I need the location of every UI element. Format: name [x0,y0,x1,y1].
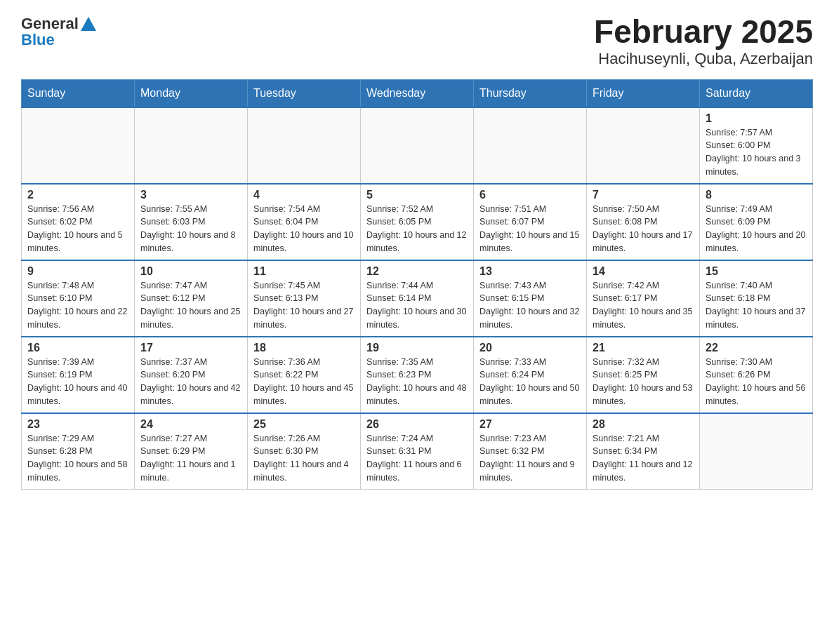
calendar-cell: 8Sunrise: 7:49 AM Sunset: 6:09 PM Daylig… [700,184,813,260]
day-info: Sunrise: 7:39 AM Sunset: 6:19 PM Dayligh… [27,356,128,408]
day-info: Sunrise: 7:35 AM Sunset: 6:23 PM Dayligh… [366,356,468,408]
day-info: Sunrise: 7:48 AM Sunset: 6:10 PM Dayligh… [27,279,128,332]
day-number: 24 [140,418,241,431]
day-number: 20 [479,342,581,354]
calendar-week-4: 16Sunrise: 7:39 AM Sunset: 6:19 PM Dayli… [22,337,813,413]
day-info: Sunrise: 7:23 AM Sunset: 6:32 PM Dayligh… [479,432,581,485]
day-info: Sunrise: 7:50 AM Sunset: 6:08 PM Dayligh… [593,203,694,255]
calendar-cell: 20Sunrise: 7:33 AM Sunset: 6:24 PM Dayli… [474,337,587,413]
calendar-cell: 17Sunrise: 7:37 AM Sunset: 6:20 PM Dayli… [135,337,248,413]
day-number: 16 [27,342,128,354]
day-number: 22 [706,342,807,354]
calendar-cell: 22Sunrise: 7:30 AM Sunset: 6:26 PM Dayli… [700,337,813,413]
calendar-week-5: 23Sunrise: 7:29 AM Sunset: 6:28 PM Dayli… [22,413,813,490]
day-number: 26 [366,418,468,431]
day-info: Sunrise: 7:54 AM Sunset: 6:04 PM Dayligh… [253,203,355,255]
page-header: General Blue February 2025 Hacihuseynli,… [21,14,813,68]
weekday-header-monday: Monday [135,79,248,107]
calendar-cell: 19Sunrise: 7:35 AM Sunset: 6:23 PM Dayli… [361,337,474,413]
calendar-cell: 28Sunrise: 7:21 AM Sunset: 6:34 PM Dayli… [587,413,700,490]
weekday-header-thursday: Thursday [474,79,587,107]
day-number: 28 [593,418,694,431]
calendar-cell: 3Sunrise: 7:55 AM Sunset: 6:03 PM Daylig… [135,184,248,260]
day-info: Sunrise: 7:32 AM Sunset: 6:25 PM Dayligh… [593,356,694,408]
calendar-cell: 4Sunrise: 7:54 AM Sunset: 6:04 PM Daylig… [248,184,361,260]
calendar-cell: 25Sunrise: 7:26 AM Sunset: 6:30 PM Dayli… [248,413,361,490]
calendar-cell: 21Sunrise: 7:32 AM Sunset: 6:25 PM Dayli… [587,337,700,413]
day-number: 1 [706,112,807,125]
weekday-header-saturday: Saturday [700,79,813,107]
calendar-week-2: 2Sunrise: 7:56 AM Sunset: 6:02 PM Daylig… [22,184,813,260]
day-number: 2 [27,189,128,201]
day-number: 9 [27,265,128,278]
logo-blue-text: Blue [21,31,55,49]
weekday-header-friday: Friday [587,79,700,107]
day-info: Sunrise: 7:42 AM Sunset: 6:17 PM Dayligh… [593,279,694,332]
day-info: Sunrise: 7:57 AM Sunset: 6:00 PM Dayligh… [706,126,807,179]
day-number: 11 [253,265,355,278]
calendar-cell: 15Sunrise: 7:40 AM Sunset: 6:18 PM Dayli… [700,260,813,337]
day-info: Sunrise: 7:47 AM Sunset: 6:12 PM Dayligh… [140,279,241,332]
day-info: Sunrise: 7:45 AM Sunset: 6:13 PM Dayligh… [253,279,355,332]
day-info: Sunrise: 7:29 AM Sunset: 6:28 PM Dayligh… [27,432,128,485]
page-subtitle: Hacihuseynli, Quba, Azerbaijan [594,50,813,68]
calendar-cell: 10Sunrise: 7:47 AM Sunset: 6:12 PM Dayli… [135,260,248,337]
day-info: Sunrise: 7:36 AM Sunset: 6:22 PM Dayligh… [253,356,355,408]
calendar-cell: 11Sunrise: 7:45 AM Sunset: 6:13 PM Dayli… [248,260,361,337]
logo: General Blue [21,14,96,49]
weekday-header-tuesday: Tuesday [248,79,361,107]
day-info: Sunrise: 7:55 AM Sunset: 6:03 PM Dayligh… [140,203,241,255]
day-info: Sunrise: 7:44 AM Sunset: 6:14 PM Dayligh… [366,279,468,332]
day-info: Sunrise: 7:52 AM Sunset: 6:05 PM Dayligh… [366,203,468,255]
svg-marker-0 [81,17,96,31]
day-info: Sunrise: 7:21 AM Sunset: 6:34 PM Dayligh… [593,432,694,485]
day-number: 19 [366,342,468,354]
calendar-cell [248,107,361,184]
day-info: Sunrise: 7:37 AM Sunset: 6:20 PM Dayligh… [140,356,241,408]
day-number: 7 [593,189,694,201]
day-number: 18 [253,342,355,354]
calendar-week-1: 1Sunrise: 7:57 AM Sunset: 6:00 PM Daylig… [22,107,813,184]
calendar-cell [700,413,813,490]
calendar-cell [22,107,135,184]
calendar-cell: 5Sunrise: 7:52 AM Sunset: 6:05 PM Daylig… [361,184,474,260]
day-number: 5 [366,189,468,201]
calendar-cell: 18Sunrise: 7:36 AM Sunset: 6:22 PM Dayli… [248,337,361,413]
calendar-cell [135,107,248,184]
day-info: Sunrise: 7:49 AM Sunset: 6:09 PM Dayligh… [706,203,807,255]
page-title: February 2025 [594,14,813,50]
calendar-cell: 6Sunrise: 7:51 AM Sunset: 6:07 PM Daylig… [474,184,587,260]
weekday-header-sunday: Sunday [22,79,135,107]
calendar-cell: 16Sunrise: 7:39 AM Sunset: 6:19 PM Dayli… [22,337,135,413]
day-info: Sunrise: 7:24 AM Sunset: 6:31 PM Dayligh… [366,432,468,485]
calendar-cell: 9Sunrise: 7:48 AM Sunset: 6:10 PM Daylig… [22,260,135,337]
day-number: 17 [140,342,241,354]
day-number: 12 [366,265,468,278]
calendar-cell: 14Sunrise: 7:42 AM Sunset: 6:17 PM Dayli… [587,260,700,337]
day-info: Sunrise: 7:56 AM Sunset: 6:02 PM Dayligh… [27,203,128,255]
calendar-cell: 27Sunrise: 7:23 AM Sunset: 6:32 PM Dayli… [474,413,587,490]
logo-triangle-icon [81,17,96,31]
day-info: Sunrise: 7:26 AM Sunset: 6:30 PM Dayligh… [253,432,355,485]
calendar-cell: 26Sunrise: 7:24 AM Sunset: 6:31 PM Dayli… [361,413,474,490]
calendar-cell [474,107,587,184]
day-info: Sunrise: 7:43 AM Sunset: 6:15 PM Dayligh… [479,279,581,332]
day-number: 15 [706,265,807,278]
day-number: 4 [253,189,355,201]
title-block: February 2025 Hacihuseynli, Quba, Azerba… [594,14,813,68]
day-number: 25 [253,418,355,431]
day-number: 13 [479,265,581,278]
calendar-cell [361,107,474,184]
calendar-cell: 13Sunrise: 7:43 AM Sunset: 6:15 PM Dayli… [474,260,587,337]
day-number: 8 [706,189,807,201]
calendar-cell: 23Sunrise: 7:29 AM Sunset: 6:28 PM Dayli… [22,413,135,490]
day-info: Sunrise: 7:30 AM Sunset: 6:26 PM Dayligh… [706,356,807,408]
calendar-cell: 1Sunrise: 7:57 AM Sunset: 6:00 PM Daylig… [700,107,813,184]
calendar-week-3: 9Sunrise: 7:48 AM Sunset: 6:10 PM Daylig… [22,260,813,337]
calendar-cell [587,107,700,184]
calendar-cell: 12Sunrise: 7:44 AM Sunset: 6:14 PM Dayli… [361,260,474,337]
day-number: 27 [479,418,581,431]
day-number: 3 [140,189,241,201]
day-info: Sunrise: 7:51 AM Sunset: 6:07 PM Dayligh… [479,203,581,255]
weekday-header-wednesday: Wednesday [361,79,474,107]
